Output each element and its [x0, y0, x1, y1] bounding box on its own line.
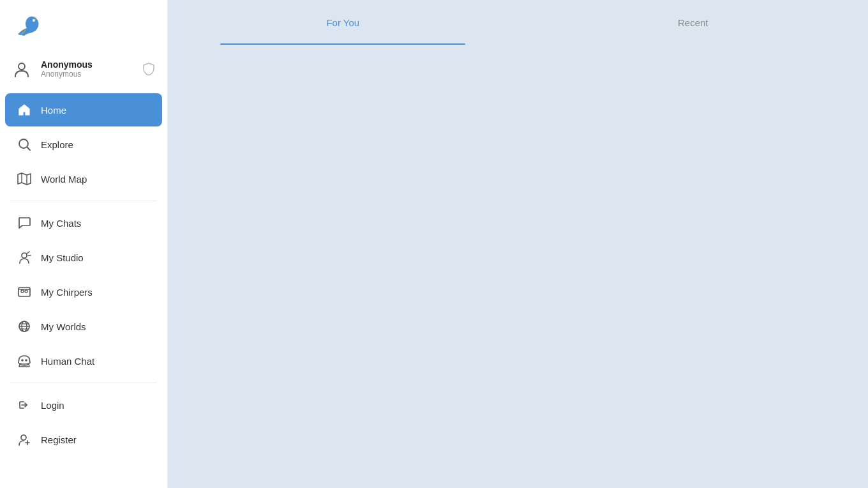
sidebar-item-human-chat[interactable]: Human Chat: [5, 344, 162, 377]
user-area: Anonymous Anonymous: [0, 51, 167, 87]
chirpers-icon: [17, 284, 32, 300]
svg-point-1: [19, 63, 25, 70]
svg-point-0: [33, 19, 35, 22]
divider-1: [10, 201, 157, 201]
sidebar-item-my-worlds[interactable]: My Worlds: [5, 310, 162, 343]
main-content: For You Recent: [168, 0, 868, 488]
login-icon: [17, 397, 32, 413]
discord-icon: [17, 353, 32, 369]
sidebar-item-register[interactable]: Register: [5, 423, 162, 456]
divider-2: [10, 383, 157, 383]
svg-point-9: [25, 290, 27, 293]
svg-point-16: [21, 359, 24, 362]
sidebar-item-home[interactable]: Home: [5, 93, 162, 126]
map-icon: [17, 171, 32, 187]
studio-icon: [17, 250, 32, 265]
sidebar-item-my-chats[interactable]: My Chats: [5, 206, 162, 240]
sidebar-item-my-worlds-label: My Worlds: [41, 321, 86, 332]
tab-for-you[interactable]: For You: [168, 0, 518, 45]
chat-icon: [17, 215, 32, 231]
sidebar-item-my-studio-label: My Studio: [41, 252, 84, 263]
register-icon: [17, 432, 32, 447]
explore-icon: [17, 137, 32, 152]
sidebar-item-my-studio[interactable]: My Studio: [5, 241, 162, 274]
svg-point-6: [22, 253, 27, 258]
sidebar-item-register-label: Register: [41, 434, 77, 445]
sidebar-item-human-chat-label: Human Chat: [41, 356, 94, 367]
svg-line-3: [27, 148, 31, 151]
user-sub: Anonymous: [41, 70, 135, 79]
content-area: [168, 45, 868, 488]
sidebar-item-my-chirpers-label: My Chirpers: [41, 287, 93, 298]
sidebar-item-world-map[interactable]: World Map: [5, 162, 162, 195]
logo-icon: [13, 11, 43, 42]
logo-area: [0, 0, 167, 51]
tab-recent[interactable]: Recent: [518, 0, 869, 45]
nav-menu: Home Explore World Map: [0, 93, 167, 488]
user-name: Anonymous: [41, 59, 135, 70]
user-avatar-icon: [10, 57, 33, 80]
tabs-bar: For You Recent: [168, 0, 868, 45]
user-info: Anonymous Anonymous: [41, 59, 135, 79]
tab-for-you-label: For You: [326, 17, 359, 28]
home-icon: [17, 102, 32, 118]
sidebar-item-login-label: Login: [41, 400, 64, 411]
shield-icon: [143, 63, 154, 75]
sidebar-item-world-map-label: World Map: [41, 174, 87, 185]
sidebar-item-my-chats-label: My Chats: [41, 218, 81, 229]
worlds-icon: [17, 319, 32, 334]
svg-point-8: [21, 290, 24, 293]
sidebar-item-my-chirpers[interactable]: My Chirpers: [5, 275, 162, 309]
tab-recent-label: Recent: [678, 17, 708, 28]
svg-point-18: [21, 435, 26, 440]
sidebar-item-explore-label: Explore: [41, 139, 73, 150]
sidebar-item-home-label: Home: [41, 105, 66, 116]
sidebar-item-explore[interactable]: Explore: [5, 128, 162, 161]
svg-point-17: [25, 359, 27, 362]
svg-rect-7: [19, 287, 30, 296]
sidebar: Anonymous Anonymous Home: [0, 0, 168, 488]
sidebar-item-login[interactable]: Login: [5, 388, 162, 422]
